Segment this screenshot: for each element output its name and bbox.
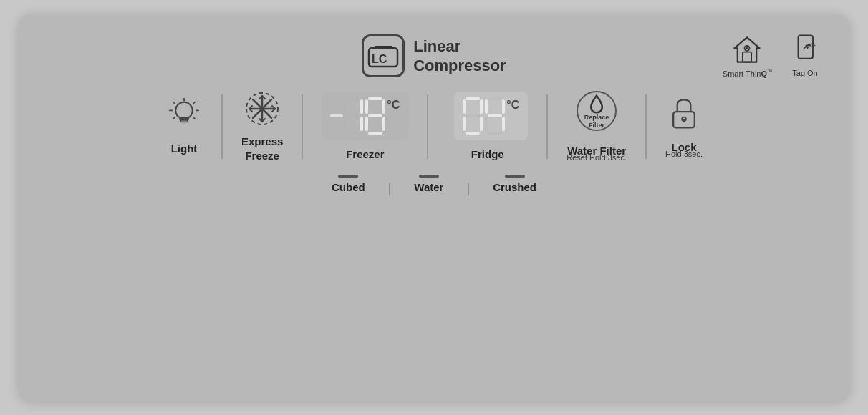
- svg-line-14: [173, 102, 175, 104]
- divider-3: [427, 94, 428, 159]
- freezer-digits: [343, 97, 385, 135]
- light-label: Light: [171, 142, 198, 156]
- digit-1: [343, 97, 363, 135]
- divider-2: [302, 94, 303, 159]
- svg-line-19: [193, 117, 196, 119]
- water-filter-control[interactable]: ReplaceFilter Water Filter Reset Hold 3s…: [551, 91, 642, 162]
- smart-thinq-badge: Smart ThinQ™: [723, 34, 772, 78]
- lc-icon: LC: [367, 42, 399, 69]
- svg-point-9: [805, 45, 806, 47]
- svg-marker-4: [735, 37, 760, 62]
- water-indicator: [419, 175, 439, 178]
- lc-logo: LC LinearCompressor: [362, 34, 506, 77]
- header-row: LC LinearCompressor Sma: [47, 34, 821, 77]
- express-freeze-control[interactable]: Express Freeze: [226, 90, 299, 162]
- digit-3: [463, 97, 483, 135]
- fridge-control[interactable]: °C Fridge: [431, 92, 544, 162]
- water-drop-icon: [578, 92, 615, 114]
- header-right: Smart ThinQ™ Tag On: [723, 34, 821, 78]
- water-label: Water: [414, 181, 443, 193]
- svg-point-7: [746, 47, 748, 49]
- water-control[interactable]: Water: [394, 175, 463, 193]
- digit-2: [365, 97, 385, 135]
- controls-row: Light: [47, 90, 821, 162]
- svg-line-18: [173, 117, 175, 119]
- ice-divider-1: |: [385, 181, 395, 196]
- crushed-indicator: [505, 175, 525, 178]
- tag-on-label: Tag On: [792, 69, 817, 77]
- svg-text:LC: LC: [372, 53, 387, 65]
- freezer-display: °C: [322, 92, 408, 140]
- lock-control[interactable]: Lock Hold 3sec.: [650, 94, 718, 159]
- snowflake-icon: [243, 90, 281, 127]
- svg-line-15: [193, 102, 196, 104]
- crushed-label: Crushed: [493, 181, 536, 193]
- smart-thinq-icon: [731, 34, 763, 66]
- tag-on-badge: Tag On: [789, 34, 821, 77]
- ice-water-row: Cubed | Water | Crushed: [47, 171, 821, 196]
- lock-sublabel: Hold 3sec.: [665, 150, 703, 158]
- minus-sign: [330, 97, 343, 135]
- svg-rect-35: [683, 119, 685, 122]
- light-control[interactable]: Light: [150, 97, 218, 156]
- filter-circle: ReplaceFilter: [577, 91, 617, 131]
- ice-divider-2: |: [463, 181, 473, 196]
- fridge-label: Fridge: [471, 147, 504, 162]
- tag-on-icon: [789, 34, 821, 66]
- svg-point-10: [175, 102, 192, 118]
- filter-text: ReplaceFilter: [584, 114, 609, 130]
- divider-1: [221, 94, 223, 159]
- digit-4: [485, 97, 505, 135]
- svg-rect-5: [743, 52, 751, 62]
- divider-4: [546, 94, 548, 159]
- fridge-digits: [463, 97, 505, 135]
- cubed-control[interactable]: Cubed: [312, 175, 385, 193]
- freezer-unit: °C: [387, 99, 400, 112]
- control-panel: LC LinearCompressor Sma: [19, 14, 849, 401]
- freezer-control[interactable]: °C Freezer: [306, 92, 424, 162]
- svg-rect-12: [180, 119, 188, 122]
- express-freeze-label: Express: [241, 135, 283, 149]
- freezer-label: Freezer: [346, 147, 384, 162]
- cubed-label: Cubed: [332, 181, 365, 193]
- express-freeze-sublabel: Freeze: [245, 149, 279, 163]
- lc-logo-box: LC: [362, 34, 405, 77]
- water-filter-sublabel: Reset Hold 3sec.: [566, 153, 627, 162]
- fridge-display: °C: [454, 92, 528, 140]
- lc-text: LinearCompressor: [413, 36, 506, 76]
- divider-5: [645, 94, 647, 159]
- smart-thinq-label: Smart ThinQ™: [723, 69, 772, 78]
- cubed-indicator: [338, 175, 358, 178]
- light-bulb-icon: [165, 97, 203, 135]
- crushed-control[interactable]: Crushed: [473, 175, 556, 193]
- lock-icon: [665, 94, 703, 132]
- fridge-unit: °C: [506, 99, 519, 112]
